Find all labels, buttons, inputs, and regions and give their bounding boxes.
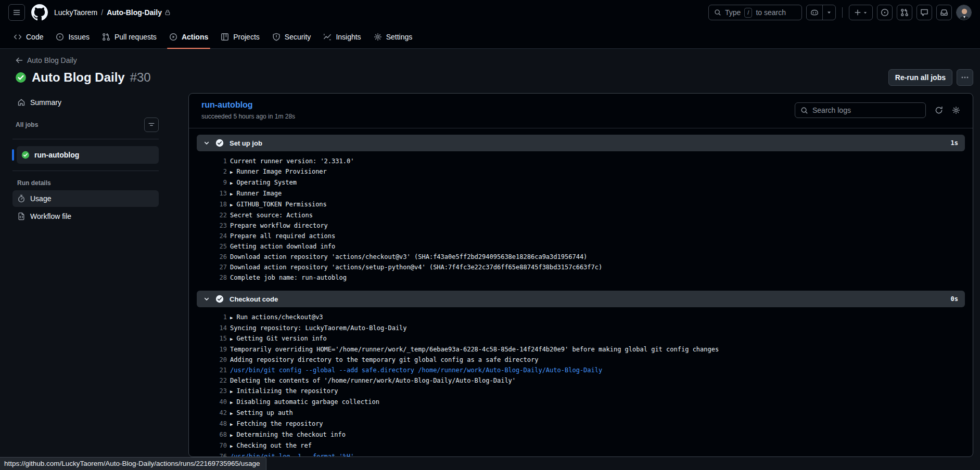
log-line-number[interactable]: 2 bbox=[197, 166, 227, 177]
expand-arrow-icon[interactable]: ▶ bbox=[230, 169, 233, 175]
expand-arrow-icon[interactable]: ▶ bbox=[230, 336, 233, 342]
expand-arrow-icon[interactable]: ▶ bbox=[230, 202, 233, 207]
log-line-number[interactable]: 25 bbox=[197, 241, 227, 252]
sidebar-job-run-autoblog[interactable]: run-autoblog bbox=[17, 146, 159, 164]
hamburger-menu-button[interactable] bbox=[8, 4, 25, 21]
log-line-text: ▶Disabling automatic garbage collection bbox=[230, 397, 379, 408]
expand-arrow-icon[interactable]: ▶ bbox=[230, 191, 233, 197]
log-line-number[interactable]: 28 bbox=[197, 272, 227, 283]
global-search-input[interactable]: Type / to search bbox=[708, 5, 802, 20]
log-line: 14Syncing repository: LuckyTaorem/Auto-B… bbox=[197, 323, 965, 333]
log-line-number[interactable]: 23 bbox=[197, 386, 227, 397]
tab-actions[interactable]: Actions bbox=[163, 25, 214, 48]
breadcrumb-repo[interactable]: Auto-Blog-Daily bbox=[107, 8, 171, 17]
log-line-number[interactable]: 22 bbox=[197, 210, 227, 220]
log-line-number[interactable]: 1 bbox=[197, 156, 227, 166]
log-line-number[interactable]: 40 bbox=[197, 397, 227, 408]
log-line-text: ▶Fetching the repository bbox=[230, 419, 323, 429]
expand-arrow-icon[interactable]: ▶ bbox=[230, 315, 233, 320]
breadcrumb-owner[interactable]: LuckyTaorem bbox=[54, 8, 97, 17]
tab-pull-requests[interactable]: Pull requests bbox=[96, 25, 163, 48]
log-line-number[interactable]: 23 bbox=[197, 220, 227, 231]
log-line-number[interactable]: 9 bbox=[197, 177, 227, 188]
log-settings-gear-button[interactable] bbox=[952, 106, 960, 114]
chevron-down-icon bbox=[203, 296, 210, 302]
log-line-number[interactable]: 42 bbox=[197, 408, 227, 419]
log-line-text: Secret source: Actions bbox=[230, 210, 313, 220]
avatar[interactable] bbox=[956, 5, 972, 20]
step-header-checkout-code[interactable]: Checkout code 0s bbox=[197, 291, 965, 307]
tab-code[interactable]: Code bbox=[7, 25, 49, 48]
log-line-number[interactable]: 19 bbox=[197, 344, 227, 355]
log-line-number[interactable]: 14 bbox=[197, 323, 227, 333]
log-line-text: Complete job name: run-autoblog bbox=[230, 272, 347, 283]
log-line-number[interactable]: 15 bbox=[197, 333, 227, 344]
job-log-card: run-autoblog succeeded 5 hours ago in 1m… bbox=[188, 93, 973, 457]
tab-settings[interactable]: Settings bbox=[367, 25, 419, 48]
log-line-number[interactable]: 1 bbox=[197, 312, 227, 323]
log-line-text: Syncing repository: LuckyTaorem/Auto-Blo… bbox=[230, 323, 407, 333]
github-logo[interactable] bbox=[31, 4, 48, 21]
create-new-button[interactable] bbox=[849, 5, 873, 20]
rerun-all-jobs-button[interactable]: Re-run all jobs bbox=[888, 69, 952, 86]
pull-requests-header-button[interactable] bbox=[897, 5, 912, 20]
log-line-number[interactable]: 22 bbox=[197, 375, 227, 386]
step-log-lines: 1▶Run actions/checkout@v314Syncing repos… bbox=[197, 312, 965, 456]
expand-arrow-icon[interactable]: ▶ bbox=[230, 400, 233, 405]
stopwatch-icon bbox=[17, 194, 26, 203]
step-log-lines: 1Current runner version: '2.331.0'2▶Runn… bbox=[197, 156, 965, 283]
sidebar: Summary All jobs run-autoblog Run detail… bbox=[12, 93, 159, 225]
tab-insights[interactable]: Insights bbox=[317, 25, 367, 48]
step-header-setup-job[interactable]: Set up job 1s bbox=[197, 135, 965, 151]
expand-arrow-icon[interactable]: ▶ bbox=[230, 411, 233, 416]
copilot-icon[interactable] bbox=[807, 5, 822, 20]
tab-projects[interactable]: Projects bbox=[214, 25, 266, 48]
expand-arrow-icon[interactable]: ▶ bbox=[230, 443, 233, 449]
discussions-header-button[interactable] bbox=[917, 5, 932, 20]
copilot-caret-button[interactable] bbox=[822, 5, 835, 20]
log-line: 68▶Determining the checkout info bbox=[197, 429, 965, 440]
graph-icon bbox=[323, 33, 332, 41]
expand-arrow-icon[interactable]: ▶ bbox=[230, 389, 233, 394]
log-line-number[interactable]: 20 bbox=[197, 355, 227, 365]
tab-issues[interactable]: Issues bbox=[49, 25, 95, 48]
sidebar-item-workflow-file[interactable]: Workflow file bbox=[12, 208, 159, 225]
log-line: 26Download action repository 'actions/ch… bbox=[197, 252, 965, 262]
search-icon bbox=[714, 9, 721, 16]
sidebar-item-summary[interactable]: Summary bbox=[12, 94, 159, 111]
log-line-number[interactable]: 70 bbox=[197, 440, 227, 451]
header-divider bbox=[842, 7, 843, 18]
tab-security[interactable]: Security bbox=[266, 25, 317, 48]
play-circle-icon bbox=[169, 33, 177, 41]
log-line-text: Deleting the contents of '/home/runner/w… bbox=[230, 375, 516, 386]
log-line-number[interactable]: 21 bbox=[197, 365, 227, 375]
log-line-number[interactable]: 48 bbox=[197, 419, 227, 429]
search-logs-input[interactable]: Search logs bbox=[795, 102, 926, 118]
sidebar-item-usage[interactable]: Usage bbox=[12, 190, 159, 207]
slash-key-chip: / bbox=[744, 8, 752, 18]
issues-header-button[interactable] bbox=[877, 5, 893, 20]
log-line-number[interactable]: 76 bbox=[197, 451, 227, 456]
log-line-number[interactable]: 27 bbox=[197, 262, 227, 272]
filter-jobs-button[interactable] bbox=[144, 118, 159, 132]
expand-arrow-icon[interactable]: ▶ bbox=[230, 180, 233, 186]
log-line-number[interactable]: 26 bbox=[197, 252, 227, 262]
expand-arrow-icon[interactable]: ▶ bbox=[230, 433, 233, 438]
log-line: 23Prepare workflow directory bbox=[197, 220, 965, 231]
lock-icon bbox=[164, 9, 171, 16]
job-name-label: run-autoblog bbox=[34, 151, 79, 159]
refresh-logs-button[interactable] bbox=[935, 106, 943, 114]
back-link[interactable]: Auto Blog Daily bbox=[15, 56, 77, 64]
kebab-menu-button[interactable] bbox=[957, 69, 973, 86]
expand-arrow-icon[interactable]: ▶ bbox=[230, 422, 233, 427]
log-line: 22Secret source: Actions bbox=[197, 210, 965, 220]
log-line-number[interactable]: 68 bbox=[197, 429, 227, 440]
notifications-inbox-button[interactable] bbox=[936, 5, 952, 20]
caret-down-icon bbox=[863, 10, 868, 15]
log-line-number[interactable]: 18 bbox=[197, 199, 227, 210]
log-line-text: Current runner version: '2.331.0' bbox=[230, 156, 354, 166]
job-title-link[interactable]: run-autoblog bbox=[201, 100, 253, 110]
pull-request-icon bbox=[102, 33, 110, 41]
log-line-number[interactable]: 13 bbox=[197, 188, 227, 199]
log-line-number[interactable]: 24 bbox=[197, 231, 227, 241]
